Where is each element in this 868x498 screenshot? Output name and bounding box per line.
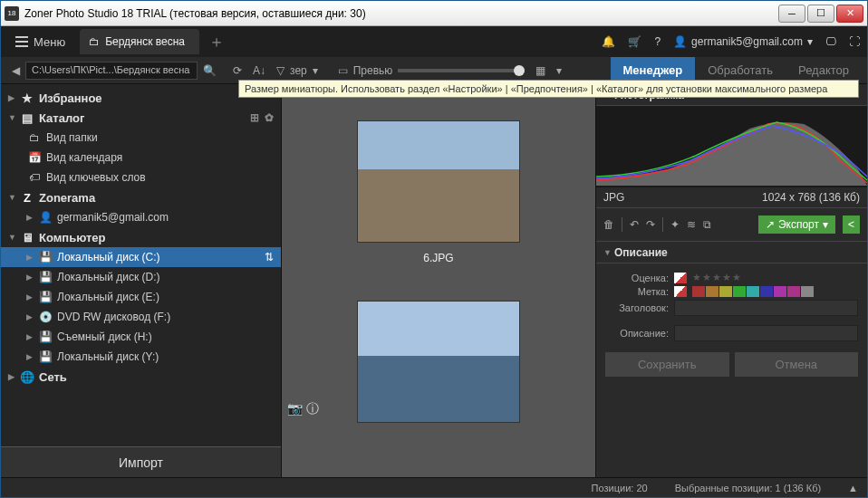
- titlebar: 18 Zoner Photo Studio 18 TRIAL (тестовая…: [1, 1, 867, 26]
- preview-label: Превью: [353, 64, 393, 77]
- file-dimensions: 1024 x 768 (136 Кб): [762, 191, 860, 204]
- camera-icon[interactable]: 📷: [287, 401, 303, 417]
- status-selected: Выбранные позиции: 1 (136 Кб): [675, 483, 821, 493]
- sidebar-drive-h[interactable]: ▶💾Съемный диск (H:): [1, 327, 281, 347]
- sidebar-computer[interactable]: ▼🖥Компьютер: [1, 227, 281, 247]
- monitor-icon[interactable]: 🖵: [825, 35, 836, 48]
- share-button[interactable]: <: [843, 215, 860, 234]
- gallery[interactable]: 6.JPG 📷ⓘ: [282, 84, 595, 477]
- gear-icon[interactable]: ✿: [265, 111, 274, 124]
- thumbnail[interactable]: [357, 301, 520, 423]
- menu-button[interactable]: Меню: [8, 32, 72, 53]
- rotate-right-icon[interactable]: ↷: [646, 218, 655, 231]
- grid-icon[interactable]: ▦: [530, 62, 551, 79]
- user-email: germanik5@gmail.com: [691, 35, 803, 48]
- file-format: JPG: [603, 191, 624, 204]
- chevron-down-icon[interactable]: ▾: [307, 62, 323, 79]
- delete-icon[interactable]: 🗑: [603, 218, 614, 231]
- bell-icon[interactable]: 🔔: [602, 35, 615, 48]
- title-input[interactable]: [674, 300, 858, 316]
- sidebar-drive-c[interactable]: ▶💾Локальный диск (C:)⇅: [1, 247, 281, 267]
- fullscreen-icon[interactable]: ⛶: [849, 35, 860, 48]
- file-info: JPG 1024 x 768 (136 Кб): [596, 187, 867, 208]
- info-icon[interactable]: ⓘ: [306, 401, 319, 417]
- sidebar: ▶★Избранное ▼▤Каталог⊞✿ 🗀Вид папки 📅Вид …: [1, 84, 282, 477]
- clear-rating[interactable]: [674, 273, 687, 283]
- status-positions: Позиции: 20: [592, 483, 648, 493]
- refresh-button[interactable]: ⟳: [227, 62, 247, 79]
- desc-label: Описание:: [605, 328, 669, 339]
- sort-button[interactable]: A↓: [247, 62, 271, 79]
- histogram: [596, 106, 867, 187]
- filter-button[interactable]: ▽: [271, 62, 290, 79]
- minimize-button[interactable]: ─: [778, 5, 805, 23]
- color-labels[interactable]: [692, 286, 814, 297]
- rating-stars[interactable]: ★★★★★: [692, 272, 742, 283]
- sidebar-drive-e[interactable]: ▶💾Локальный диск (E:): [1, 287, 281, 307]
- close-button[interactable]: ✕: [836, 5, 863, 23]
- user-icon: 👤: [673, 35, 687, 48]
- sidebar-item-calendar-view[interactable]: 📅Вид календаря: [1, 148, 281, 168]
- menubar: Меню 🗀 Бердянск весна ＋ 🔔 🛒 ? 👤 germanik…: [1, 26, 867, 57]
- sidebar-item-folder-view[interactable]: 🗀Вид папки: [1, 128, 281, 148]
- sidebar-catalog[interactable]: ▼▤Каталог⊞✿: [1, 108, 281, 128]
- sidebar-network[interactable]: ▶🌐Сеть: [1, 367, 281, 387]
- thumbnail[interactable]: [357, 120, 520, 243]
- chevron-up-icon[interactable]: ▲: [848, 483, 858, 493]
- add-icon[interactable]: ⊞: [250, 111, 259, 124]
- chevron-down-icon: ▾: [807, 35, 813, 48]
- title-label: Заголовок:: [605, 302, 669, 313]
- layers-icon[interactable]: ≋: [687, 218, 696, 231]
- description-header[interactable]: ▼Описание: [596, 242, 867, 263]
- sidebar-zonerama-user[interactable]: ▶👤germanik5@gmail.com: [1, 207, 281, 227]
- compare-icon[interactable]: ⧉: [703, 218, 711, 231]
- sidebar-zonerama[interactable]: ▼ZZonerama: [1, 187, 281, 207]
- thumbnail-label: 6.JPG: [282, 252, 595, 264]
- rating-label: Оценка:: [605, 273, 669, 283]
- folder-icon: 🗀: [89, 35, 100, 48]
- cart-icon[interactable]: 🛒: [628, 35, 641, 48]
- back-button[interactable]: ◀: [6, 62, 25, 79]
- app-icon: 18: [5, 6, 19, 21]
- thumbnail-size-slider[interactable]: [398, 69, 525, 72]
- add-tab-button[interactable]: ＋: [208, 31, 225, 53]
- sidebar-drive-y[interactable]: ▶💾Локальный диск (Y:): [1, 347, 281, 367]
- right-panel: ▼Гистограмма JPG 1024 x 768 (136 Кб) 🗑 ↶…: [595, 84, 867, 477]
- help-icon[interactable]: ?: [654, 35, 661, 48]
- user-menu[interactable]: 👤 germanik5@gmail.com ▾: [673, 35, 813, 48]
- path-input[interactable]: C:\Users\ПК\Pict...\Бердянск весна: [25, 62, 198, 80]
- folder-tab[interactable]: 🗀 Бердянск весна: [80, 29, 199, 54]
- sort-label: зер: [290, 64, 307, 77]
- sidebar-drive-f[interactable]: ▶💿DVD RW дисковод (F:): [1, 307, 281, 327]
- menu-label: Меню: [34, 35, 65, 49]
- tab-label: Бердянск весна: [105, 35, 185, 48]
- export-button[interactable]: ↗Экспорт▾: [758, 215, 835, 234]
- rotate-left-icon[interactable]: ↶: [630, 218, 639, 231]
- description-input[interactable]: [674, 325, 858, 341]
- window-title: Zoner Photo Studio 18 TRIAL (тестовая ве…: [24, 7, 778, 20]
- maximize-button[interactable]: ☐: [807, 5, 834, 23]
- preview-icon[interactable]: ▭: [333, 62, 353, 79]
- tooltip: Размер миниатюры. Использовать раздел «Н…: [238, 80, 859, 98]
- label-label: Метка:: [605, 286, 669, 297]
- cancel-button[interactable]: Отмена: [735, 352, 859, 377]
- statusbar: Позиции: 20 Выбранные позиции: 1 (136 Кб…: [1, 477, 867, 497]
- sidebar-item-keyword-view[interactable]: 🏷Вид ключевых слов: [1, 168, 281, 187]
- wand-icon[interactable]: ✦: [670, 218, 680, 231]
- import-button[interactable]: Импорт: [1, 446, 281, 477]
- search-icon[interactable]: 🔍: [198, 62, 222, 79]
- tools-row: 🗑 ↶ ↷ ✦ ≋ ⧉ ↗Экспорт▾ <: [596, 208, 867, 242]
- save-button[interactable]: Сохранить: [605, 352, 729, 377]
- chevron-down-icon[interactable]: ▾: [551, 62, 567, 79]
- hamburger-icon: [15, 36, 28, 47]
- sidebar-drive-d[interactable]: ▶💾Локальный диск (D:): [1, 267, 281, 287]
- clear-label[interactable]: [674, 286, 687, 297]
